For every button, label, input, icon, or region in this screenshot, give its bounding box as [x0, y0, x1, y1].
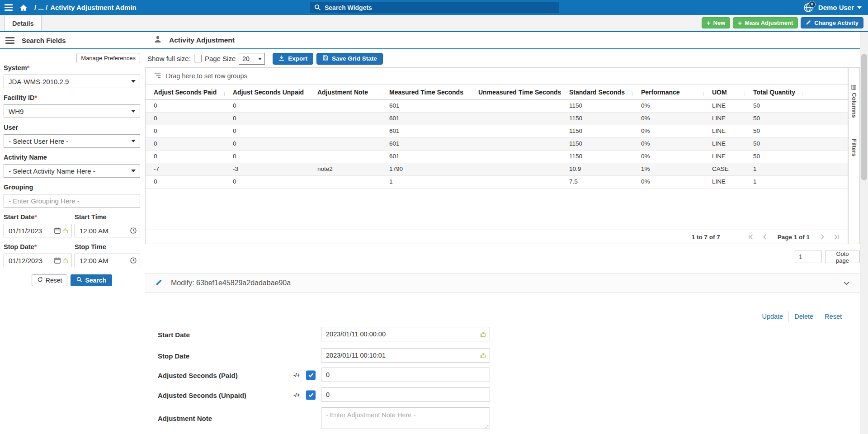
facility-label: Facility ID*: [4, 94, 140, 101]
panel-title: Activity Adjustment: [169, 36, 235, 44]
table-row[interactable]: 0060111500%LINE50: [146, 138, 848, 151]
manage-preferences-button[interactable]: Manage Preferences: [76, 53, 140, 63]
table-row[interactable]: 0060111500%LINE50: [146, 113, 848, 125]
modify-start-date-input[interactable]: [321, 327, 490, 341]
table-cell: 50: [745, 125, 802, 137]
column-header-3[interactable]: Measured Time Seconds: [381, 89, 470, 96]
menu-hamburger-icon[interactable]: [5, 4, 13, 11]
mass-adjustment-button[interactable]: + Mass Adjustment: [733, 17, 798, 28]
data-grid: Drag here to set row groups Adjust Secon…: [145, 67, 848, 244]
start-time-label: Start Time: [75, 213, 107, 221]
last-page-icon[interactable]: [831, 234, 841, 240]
calendar-icon[interactable]: [54, 257, 61, 266]
column-header-8[interactable]: Total Quantity: [745, 89, 802, 96]
adjusted-paid-input[interactable]: [321, 368, 490, 382]
adjusted-unpaid-input[interactable]: [321, 387, 490, 402]
show-full-size-label: Show full size:: [147, 55, 191, 62]
table-row[interactable]: 0060111500%LINE50: [146, 100, 848, 113]
grid-filler: [802, 113, 848, 125]
table-cell: 1: [745, 163, 802, 175]
next-page-icon[interactable]: [817, 234, 827, 240]
thumbs-up-icon: [480, 352, 487, 361]
breadcrumb-title: Activity Adjustment Admin: [50, 4, 137, 11]
activity-adjustment-panel: Activity Adjustment Show full size: Page…: [144, 32, 860, 434]
calendar-icon[interactable]: [54, 227, 61, 236]
page-scrollbar[interactable]: [860, 32, 868, 434]
change-activity-button[interactable]: Change Activity: [801, 17, 863, 28]
modify-stop-date-row: Stop Date: [158, 348, 664, 363]
reset-button[interactable]: Reset: [32, 274, 68, 286]
adjusted-paid-checkbox[interactable]: [306, 371, 316, 380]
table-cell: 1: [745, 176, 802, 188]
first-page-icon[interactable]: [746, 234, 756, 240]
column-header-4[interactable]: Unmeasured Time Seconds: [470, 89, 561, 96]
new-button[interactable]: + New: [702, 17, 731, 28]
search-button[interactable]: Search: [71, 274, 112, 286]
search-fields-panel: Search Fields Manage Preferences System*…: [0, 32, 144, 434]
delete-link[interactable]: Delete: [788, 311, 819, 322]
table-cell: [309, 176, 381, 188]
goto-page-button[interactable]: Goto page: [825, 250, 860, 263]
table-cell: 1%: [633, 163, 704, 175]
scrollbar-thumb[interactable]: [861, 54, 867, 180]
table-cell: 50: [745, 151, 802, 163]
table-cell: 50: [745, 113, 802, 125]
table-cell: [470, 138, 561, 150]
goto-page-input[interactable]: [795, 250, 822, 263]
panel-hamburger-icon[interactable]: [5, 36, 14, 45]
grouping-input[interactable]: [4, 194, 140, 208]
grid-tool-panel: Columns Filters: [848, 67, 860, 244]
save-grid-state-button[interactable]: Save Grid State: [316, 53, 383, 65]
table-row[interactable]: 0060111500%LINE50: [146, 151, 848, 163]
table-row[interactable]: -7-3note2179010.91%CASE1: [146, 163, 848, 176]
modify-title: Modify: 63bef1e45829a2dadabae90a: [171, 279, 291, 287]
previous-page-icon[interactable]: [760, 234, 770, 240]
column-header-7[interactable]: UOM: [704, 89, 745, 96]
home-icon[interactable]: [19, 4, 28, 12]
table-cell: 601: [381, 151, 470, 163]
table-cell: [309, 138, 381, 150]
search-icon: [314, 4, 321, 13]
clock-icon[interactable]: [130, 228, 137, 236]
system-label: System*: [4, 64, 140, 71]
user-select[interactable]: - Select User Here -: [4, 134, 140, 148]
required-marker: *: [35, 213, 38, 221]
tab-details[interactable]: Details: [5, 15, 42, 31]
update-link[interactable]: Update: [756, 311, 788, 322]
table-cell: 601: [381, 125, 470, 137]
page-size-select[interactable]: 20: [239, 53, 265, 65]
column-header-0[interactable]: Adjust Seconds Paid: [146, 89, 225, 96]
table-cell: 0: [146, 176, 225, 188]
reset-link[interactable]: Reset: [819, 311, 847, 322]
facility-select[interactable]: WH9: [4, 104, 140, 118]
system-select[interactable]: JDA-WMS-2010.2.9: [4, 75, 140, 88]
clock-icon[interactable]: [130, 258, 137, 265]
tab-columns[interactable]: Columns: [851, 85, 858, 118]
column-header-2[interactable]: Adjustment Note: [309, 89, 381, 96]
activity-name-select[interactable]: - Select Activity Name Here -: [4, 164, 140, 178]
notifications-globe-icon[interactable]: 0: [803, 2, 814, 13]
show-full-size-checkbox[interactable]: [194, 55, 202, 62]
search-input[interactable]: [310, 2, 559, 13]
export-button[interactable]: Export: [273, 53, 313, 65]
row-group-dropzone[interactable]: Drag here to set row groups: [146, 68, 848, 85]
tab-filters[interactable]: Filters: [851, 139, 858, 156]
adjusted-unpaid-checkbox[interactable]: [306, 391, 316, 400]
modify-accordion-header[interactable]: Modify: 63bef1e45829a2dadabae90a: [145, 273, 860, 293]
chevron-down-icon[interactable]: [843, 280, 850, 288]
sign-label: -/+: [293, 392, 300, 398]
breadcrumb-lead: / ... /: [34, 4, 47, 11]
column-header-5[interactable]: Standard Seconds: [561, 89, 633, 96]
modify-stop-date-input[interactable]: [321, 348, 490, 363]
column-header-1[interactable]: Adjust Seconds Unpaid: [225, 89, 309, 96]
user-menu[interactable]: Demo User: [818, 4, 862, 11]
check-icon: [308, 371, 314, 379]
table-row[interactable]: 0017.50%LINE1: [146, 176, 848, 189]
adjusted-unpaid-label: Adjusted Seconds (Unpaid): [158, 392, 246, 399]
table-cell: -7: [146, 163, 225, 175]
adjustment-note-textarea[interactable]: [321, 407, 490, 429]
column-header-6[interactable]: Performance: [633, 89, 704, 96]
table-cell: 601: [381, 138, 470, 150]
modify-note-row: Adjustment Note: [158, 407, 664, 429]
table-row[interactable]: 0060111500%LINE50: [146, 125, 848, 138]
